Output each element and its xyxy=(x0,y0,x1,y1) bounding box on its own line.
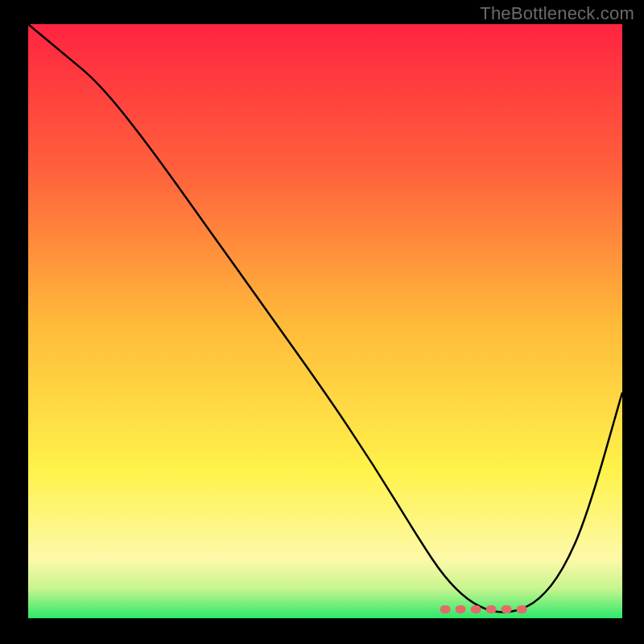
bottleneck-chart xyxy=(28,24,622,618)
chart-container: TheBottleneck.com xyxy=(0,0,644,644)
gradient-background xyxy=(28,24,622,618)
watermark-text: TheBottleneck.com xyxy=(480,3,634,24)
